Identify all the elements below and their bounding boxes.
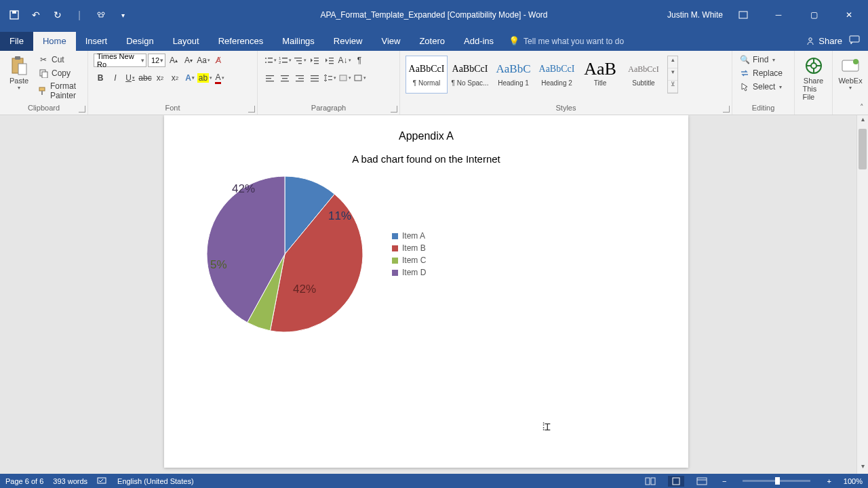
strikethrough-button[interactable]: abc bbox=[138, 71, 152, 85]
numbering-button[interactable]: 12 bbox=[278, 54, 292, 67]
align-center-button[interactable] bbox=[278, 71, 292, 85]
font-size-combo[interactable]: 12 bbox=[148, 54, 165, 67]
collapse-ribbon-button[interactable]: ˄ bbox=[860, 103, 864, 112]
style-title[interactable]: AaBTitle bbox=[579, 56, 621, 94]
align-left-button[interactable] bbox=[263, 71, 277, 85]
tab-zotero[interactable]: Zotero bbox=[410, 32, 454, 51]
share-button[interactable]: Share bbox=[806, 36, 842, 46]
vertical-scrollbar[interactable]: ▴ ▾ bbox=[856, 115, 868, 474]
tab-review[interactable]: Review bbox=[324, 32, 372, 51]
maximize-icon[interactable]: ▢ bbox=[799, 5, 829, 24]
styles-gallery: AaBbCcI¶ NormalAaBbCcI¶ No Spac...AaBbCH… bbox=[406, 54, 726, 96]
pie-chart-object[interactable]: 11%42%5%42% Item AItem BItem CItem D bbox=[205, 174, 661, 334]
increase-indent-button[interactable] bbox=[323, 54, 336, 67]
shrink-font-button[interactable]: A▾ bbox=[182, 54, 195, 67]
page[interactable]: Appendix A A bad chart found on the Inte… bbox=[164, 115, 688, 468]
share-file-button[interactable]: Share This File bbox=[800, 54, 827, 102]
decrease-indent-button[interactable] bbox=[308, 54, 321, 67]
web-layout-icon[interactable] bbox=[694, 476, 710, 487]
tab-file[interactable]: File bbox=[0, 32, 33, 51]
italic-button[interactable]: I bbox=[108, 71, 122, 85]
highlight-button[interactable]: ab bbox=[198, 71, 212, 85]
redo-icon[interactable]: ↻ bbox=[50, 7, 65, 22]
tab-view[interactable]: View bbox=[372, 32, 410, 51]
minimize-icon[interactable]: ─ bbox=[764, 5, 793, 24]
justify-button[interactable] bbox=[308, 71, 321, 85]
tab-home[interactable]: Home bbox=[33, 32, 76, 51]
zoom-out-button[interactable]: − bbox=[719, 477, 729, 485]
tab-design[interactable]: Design bbox=[117, 32, 163, 51]
style-nospac[interactable]: AaBbCcI¶ No Spac... bbox=[449, 56, 491, 94]
line-spacing-button[interactable] bbox=[323, 71, 336, 85]
paragraph-dialog-launcher[interactable] bbox=[391, 106, 397, 113]
cut-button[interactable]: ✂Cut bbox=[37, 54, 82, 66]
scroll-down-icon[interactable]: ▾ bbox=[857, 462, 868, 474]
bulb-icon: 💡 bbox=[509, 36, 519, 46]
undo-icon[interactable]: ↶ bbox=[28, 7, 43, 22]
tab-layout[interactable]: Layout bbox=[163, 32, 209, 51]
word-count[interactable]: 393 words bbox=[53, 477, 87, 485]
ribbon-display-icon[interactable] bbox=[728, 5, 758, 24]
style-subtitle[interactable]: AaBbCcISubtitle bbox=[623, 56, 665, 94]
superscript-button[interactable]: x2 bbox=[168, 71, 182, 85]
zoom-slider[interactable] bbox=[743, 480, 810, 482]
tab-mailings[interactable]: Mailings bbox=[273, 32, 324, 51]
tab-references[interactable]: References bbox=[209, 32, 273, 51]
clear-formatting-button[interactable]: A̸ bbox=[212, 54, 225, 67]
svg-rect-53 bbox=[651, 478, 655, 485]
styles-dialog-launcher[interactable] bbox=[723, 106, 730, 113]
sort-button[interactable]: A↓ bbox=[338, 54, 351, 67]
scroll-up-icon[interactable]: ▴ bbox=[857, 115, 868, 127]
read-mode-icon[interactable] bbox=[642, 476, 658, 487]
scroll-thumb[interactable] bbox=[859, 129, 867, 169]
font-name-combo[interactable]: Times New Ro bbox=[94, 54, 146, 67]
quick-print-icon[interactable] bbox=[94, 7, 108, 22]
print-layout-icon[interactable] bbox=[668, 476, 684, 487]
paste-button[interactable]: Paste ▾ bbox=[5, 54, 33, 101]
save-icon[interactable] bbox=[7, 7, 22, 22]
styles-more-button[interactable]: ▴▾⊻ bbox=[667, 56, 678, 94]
multilevel-list-button[interactable] bbox=[293, 54, 307, 67]
grow-font-button[interactable]: A▴ bbox=[167, 54, 180, 67]
svg-rect-43 bbox=[328, 76, 332, 77]
comments-icon[interactable] bbox=[849, 35, 860, 47]
status-bar: Page 6 of 6 393 words English (United St… bbox=[0, 474, 868, 488]
window-title: APA_Format_Template_Expanded [Compatibil… bbox=[320, 10, 547, 20]
svg-rect-31 bbox=[266, 75, 274, 76]
tab-addins[interactable]: Add-ins bbox=[454, 32, 503, 51]
style-normal[interactable]: AaBbCcI¶ Normal bbox=[406, 56, 448, 94]
font-color-button[interactable]: A bbox=[213, 71, 226, 85]
replace-button[interactable]: Replace bbox=[738, 67, 789, 79]
format-painter-button[interactable]: Format Painter bbox=[37, 81, 82, 101]
tab-insert[interactable]: Insert bbox=[76, 32, 117, 51]
underline-button[interactable]: U bbox=[123, 71, 137, 85]
copy-button[interactable]: Copy bbox=[37, 67, 82, 79]
user-name[interactable]: Justin M. White bbox=[667, 10, 723, 20]
shading-button[interactable] bbox=[338, 71, 351, 85]
subscript-button[interactable]: x2 bbox=[153, 71, 167, 85]
bullets-button[interactable] bbox=[263, 54, 277, 67]
page-indicator[interactable]: Page 6 of 6 bbox=[5, 477, 43, 485]
language-indicator[interactable]: English (United States) bbox=[117, 477, 194, 485]
style-heading1[interactable]: AaBbCHeading 1 bbox=[492, 56, 534, 94]
select-button[interactable]: Select▾ bbox=[738, 81, 789, 93]
change-case-button[interactable]: Aa bbox=[197, 54, 210, 67]
zoom-in-button[interactable]: + bbox=[824, 477, 833, 485]
close-icon[interactable]: ✕ bbox=[834, 5, 864, 24]
font-dialog-launcher[interactable] bbox=[248, 106, 255, 113]
svg-rect-17 bbox=[268, 62, 273, 63]
clipboard-dialog-launcher[interactable] bbox=[79, 106, 85, 113]
tell-me-search[interactable]: 💡Tell me what you want to do bbox=[509, 36, 624, 51]
text-effects-button[interactable]: A bbox=[183, 71, 197, 85]
borders-button[interactable] bbox=[353, 71, 366, 85]
bold-button[interactable]: B bbox=[94, 71, 107, 85]
find-button[interactable]: 🔍Find▾ bbox=[738, 54, 789, 66]
zoom-level[interactable]: 100% bbox=[844, 477, 863, 485]
spellcheck-icon[interactable] bbox=[97, 476, 108, 486]
legend-itemb: Item B bbox=[392, 243, 426, 253]
style-heading2[interactable]: AaBbCcIHeading 2 bbox=[536, 56, 578, 94]
show-marks-button[interactable]: ¶ bbox=[353, 54, 366, 67]
qat-customize-icon[interactable]: ▾ bbox=[115, 7, 130, 22]
align-right-button[interactable] bbox=[293, 71, 307, 85]
webex-button[interactable]: WebEx ▾ bbox=[835, 54, 865, 92]
